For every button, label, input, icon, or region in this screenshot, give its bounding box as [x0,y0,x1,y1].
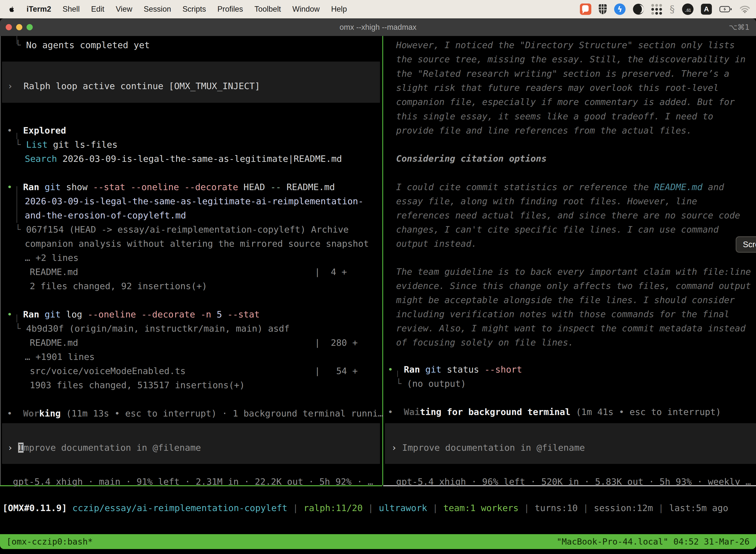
text-segment: └ [15,224,26,234]
menu-item-profiles[interactable]: Profiles [217,5,243,14]
text-segment: └ [15,323,26,334]
text-segment: (11m 13s • esc to interrupt) · 1 backgro… [61,408,383,419]
tmux-status-bar[interactable]: [omx-cczip0:bash* "MacBook-Pro-44.local"… [0,534,756,549]
text-segment: last:5m ago [669,503,728,513]
screen-share-overlay-button[interactable]: Scre [736,236,756,253]
text-segment: 4b9d30f (origin/main, instructkr/main, m… [26,323,290,334]
window-title: omx --xhigh --madmax [0,23,756,32]
text-segment: gpt-5.4 xhigh · 96% left · 520K in · 5.8… [396,477,751,487]
text-segment [136,309,141,320]
text-segment: --stat [228,309,260,320]
waiting-status-line: • Waiting for background terminal (1m 41… [388,405,721,419]
text-segment: • [7,125,18,135]
battery-icon[interactable] [719,6,732,13]
screen: { "window": { "title": "omx --xhigh --ma… [0,0,756,554]
text-segment: and [702,182,724,192]
text-segment [195,309,201,320]
git-log-command: • Ran git log --oneline --decorate -n 5 … [7,307,260,321]
battery-percent-icon[interactable]: ..61 [682,3,693,15]
menu-item-view[interactable]: View [116,5,132,14]
text-segment [398,407,404,417]
text-segment: › [391,443,402,453]
text-segment [420,365,425,375]
text-segment: the source tree, missing the essay. Stil… [396,54,746,64]
text-segment: • [7,408,18,419]
text-segment: slight risk that future readers may over… [396,82,718,93]
text-segment: Wai [404,407,420,417]
menu-item-window[interactable]: Window [293,5,320,14]
reasoning-p2-line4: changes, I can't cite specific file line… [396,222,718,236]
text-segment: this single essay, it seems like a good … [396,111,713,121]
screen-share-overlay-label: Scre [743,240,756,249]
reasoning-p2-line5: output instead. [396,236,477,251]
text-segment: Considering citation options [396,153,547,164]
text-segment: 2 files changed, 92 insertions(+) [30,281,207,291]
text-segment: | [288,503,304,513]
reasoning-p1-line6: this single essay, it seems like a good … [396,109,713,123]
git-show-stat-summary: 2 files changed, 92 insertions(+) [30,279,207,293]
git-show-more-lines: … +2 lines [25,251,79,265]
text-segment: king [39,408,61,419]
tmux-session-label: [omx-cczip0:bash* [6,537,93,547]
text-segment: --short [485,365,522,375]
keyboard-layout-icon[interactable]: A [701,4,712,15]
text-segment: -- [270,182,281,192]
tmux-host-clock-label: "MacBook-Pro-44.local" 04:52 31-Mar-26 [557,537,750,547]
menu-item-shell[interactable]: Shell [63,5,80,14]
text-segment [18,309,23,320]
chat-app-icon[interactable] [580,3,591,15]
text-segment: The team guideline is to back every impo… [396,267,751,277]
text-segment: essay file, along with finding root file… [396,196,697,206]
window-shortcut-badge: ⌥⌘1 [729,23,750,32]
menu-item-toolbelt[interactable]: Toolbelt [254,5,281,14]
shield-icon[interactable] [599,4,607,14]
text-segment: | [519,503,535,513]
text-segment: … +1901 lines [25,352,95,362]
text-segment: HEAD [238,182,270,192]
text-segment: session:12m [594,503,653,513]
text-segment: Ran [23,309,39,320]
menu-item-iterm2[interactable]: iTerm2 [26,5,51,14]
menu-item-edit[interactable]: Edit [91,5,104,14]
terminal[interactable]: └ No agents completed yet› Ralph loop ac… [0,36,756,554]
apple-menu-icon[interactable] [8,5,15,13]
text-segment: changes, I can't cite specific file line… [396,224,718,234]
text-segment: Ran [23,182,39,192]
text-segment: companion analysis without altering the … [25,238,369,249]
lightning-badge-icon[interactable]: ϟ [614,3,626,15]
text-segment: └ [396,379,407,389]
text-segment: [OMX#0.11.9] [2,503,67,513]
text-segment: review. Also, I might want to inspect th… [396,323,746,333]
text-segment: 2026-03-09-is-legal-the-same-as-legitima… [57,154,342,164]
text-segment: ultrawork [379,503,427,513]
text-segment: turns:10 [535,503,578,513]
crescent-app-icon[interactable] [633,4,644,15]
text-segment: output instead. [396,238,477,249]
reasoning-p3-line4: including verification notes with those … [396,307,730,321]
squiggle-app-icon[interactable]: § [670,3,675,15]
reasoning-p1-line4: slight risk that future readers may over… [396,81,718,95]
reasoning-p3-line2: evidence. Since this change only affects… [396,279,751,293]
text-segment: README.md [654,182,702,192]
text-segment: might be acceptable alongside the file l… [396,295,735,305]
working-status-line: • Working (11m 13s • esc to interrupt) ·… [7,406,383,421]
text-segment: (1m 41s • esc to interrupt) [570,407,721,417]
text-segment: 2026-03-09-is-legal-the-same-as-legitima… [25,196,363,206]
dots-grid-icon[interactable] [651,4,662,15]
text-segment: README.md | 4 + [30,267,347,277]
menu-item-scripts[interactable]: Scripts [183,5,206,14]
text-segment: provide file and line references from th… [396,125,692,135]
reasoning-p3-line3: might be acceptable alongside the file l… [396,293,735,307]
text-segment: --decorate [184,182,238,192]
text-segment: Ran [404,365,420,375]
text-segment: src/voice/voiceModeEnabled.ts | 54 + [30,366,358,376]
right-prompt-input: › Improve documentation in @filename [391,441,585,455]
wifi-icon[interactable] [740,5,750,13]
text-segment: • [388,365,398,375]
menu-item-help[interactable]: Help [331,5,347,14]
reasoning-p3-line5: review. Also, I might want to inspect th… [396,321,746,335]
text-segment [398,365,404,375]
window-title-bar[interactable]: omx --xhigh --madmax ⌥⌘1 [0,18,756,37]
menu-item-session[interactable]: Session [144,5,171,14]
right-model-status: gpt-5.4 xhigh · 96% left · 520K in · 5.8… [396,475,751,489]
